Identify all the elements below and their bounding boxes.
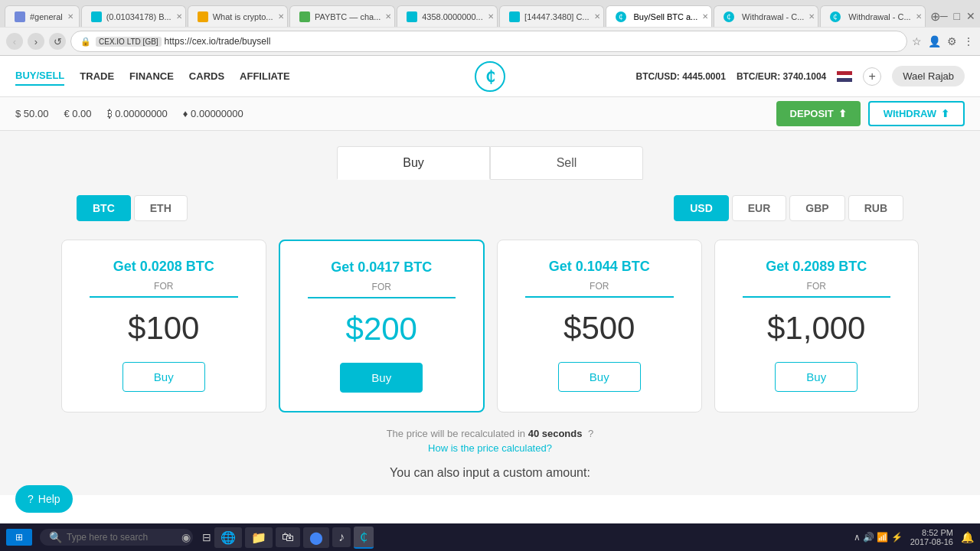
price-card-200: Get 0.0417 BTC FOR $200 Buy bbox=[279, 240, 485, 412]
taskbar-ie-icon[interactable]: 🌐 bbox=[214, 527, 242, 548]
taskbar-explorer-icon[interactable]: 📁 bbox=[245, 527, 273, 548]
user-menu-button[interactable]: Wael Rajab bbox=[892, 66, 965, 86]
taskbar-clock: 8:52 PM 2017-08-16 bbox=[910, 528, 953, 546]
browser-close[interactable]: ✕ bbox=[966, 10, 975, 22]
buy-sell-tabs: Buy Sell bbox=[46, 146, 934, 180]
taskbar-date-value: 2017-08-16 bbox=[910, 537, 953, 546]
forward-button[interactable]: › bbox=[28, 33, 44, 50]
bookmark-icon[interactable]: ☆ bbox=[912, 35, 922, 47]
btc-balance-value: ₿ 0.00000000 bbox=[107, 108, 168, 119]
nav-trade[interactable]: TRADE bbox=[80, 67, 114, 85]
start-button[interactable]: ⊞ bbox=[6, 529, 32, 546]
browser-maximize[interactable]: □ bbox=[954, 10, 960, 22]
taskbar-store-icon[interactable]: 🛍 bbox=[276, 527, 300, 547]
recalc-link[interactable]: How is the price calculated? bbox=[46, 442, 934, 454]
tab-close-t2[interactable]: ✕ bbox=[176, 12, 182, 21]
tab-close-t8[interactable]: ✕ bbox=[808, 12, 815, 21]
browser-tab-general[interactable]: #general ✕ bbox=[5, 5, 80, 27]
logo-icon: ₵ bbox=[475, 61, 505, 92]
rub-fiat-button[interactable]: RUB bbox=[848, 195, 903, 221]
taskbar-task-view-icon[interactable]: ⊟ bbox=[202, 531, 211, 543]
gb-badge: CEX.IO LTD [GB] bbox=[96, 37, 162, 47]
action-center-icon[interactable]: 🔔 bbox=[961, 531, 974, 543]
back-button[interactable]: ‹ bbox=[6, 33, 23, 50]
main-nav: BUY/SELL TRADE FINANCE CARDS AFFILIATE bbox=[15, 67, 290, 86]
tab-sell[interactable]: Sell bbox=[490, 146, 643, 180]
browser-minimize[interactable]: ─ bbox=[940, 10, 948, 22]
main-content: Buy Sell BTC ETH USD EUR GBP RUB Get 0.0… bbox=[0, 131, 980, 495]
tab-close-t4[interactable]: ✕ bbox=[385, 12, 391, 21]
browser-tab-t6[interactable]: [14447.3480] C... ✕ bbox=[499, 5, 603, 27]
tab-close-t3[interactable]: ✕ bbox=[278, 12, 284, 21]
website-content: BUY/SELL TRADE FINANCE CARDS AFFILIATE ₵… bbox=[0, 56, 980, 495]
taskbar-app-cex[interactable]: ₵ bbox=[354, 527, 374, 549]
tab-favicon-t8: ₵ bbox=[724, 11, 734, 22]
price-cards: Get 0.0208 BTC FOR $100 Buy Get 0.0417 B… bbox=[46, 240, 934, 412]
site-subheader: $ 50.00 € 0.00 ₿ 0.00000000 ♦ 0.00000000… bbox=[0, 97, 980, 131]
new-tab-button[interactable]: ⊕ bbox=[930, 9, 940, 24]
tab-close-general[interactable]: ✕ bbox=[67, 12, 74, 21]
menu-icon[interactable]: ⋮ bbox=[963, 35, 974, 47]
eur-fiat-button[interactable]: EUR bbox=[732, 195, 787, 221]
deposit-button[interactable]: DEPOSIT ⬆ bbox=[776, 101, 861, 126]
buy-100-button[interactable]: Buy bbox=[122, 362, 205, 392]
browser-tab-t9[interactable]: ₵ Withdrawal - C... ✕ bbox=[820, 5, 925, 27]
address-bar[interactable]: 🔒 CEX.IO LTD [GB] https://cex.io/trade/b… bbox=[70, 31, 907, 52]
nav-buy-sell[interactable]: BUY/SELL bbox=[15, 67, 64, 86]
add-currency-button[interactable]: + bbox=[863, 67, 881, 86]
browser-tab-t8[interactable]: ₵ Withdrawal - C... ✕ bbox=[714, 5, 818, 27]
help-button[interactable]: ? Help bbox=[15, 485, 73, 513]
ssl-lock-icon: 🔒 bbox=[80, 37, 91, 47]
gbp-fiat-button[interactable]: GBP bbox=[789, 195, 844, 221]
header-right: BTC/USD: 4445.0001 BTC/EUR: 3740.1004 + … bbox=[635, 66, 965, 86]
account-icon[interactable]: 👤 bbox=[928, 35, 941, 47]
nav-finance[interactable]: FINANCE bbox=[129, 67, 174, 85]
browser-chrome: #general ✕ (0.01034178) B... ✕ What is c… bbox=[0, 0, 980, 56]
tab-favicon-t5 bbox=[407, 11, 417, 22]
buy-200-button[interactable]: Buy bbox=[340, 363, 423, 393]
extensions-icon[interactable]: ⚙ bbox=[947, 35, 957, 47]
eur-balance: € 0.00 bbox=[64, 108, 91, 119]
card-1000-for: FOR bbox=[727, 281, 906, 292]
card-500-amount: $500 bbox=[510, 310, 689, 347]
custom-amount-label: You can also input a custom amount: bbox=[46, 466, 934, 480]
card-200-get: Get 0.0417 BTC bbox=[292, 259, 472, 276]
card-200-divider bbox=[308, 297, 456, 298]
tab-close-t5[interactable]: ✕ bbox=[488, 12, 494, 21]
fiat-currency-group: USD EUR GBP RUB bbox=[674, 195, 903, 221]
tab-close-t9[interactable]: ✕ bbox=[916, 12, 922, 21]
usd-fiat-button[interactable]: USD bbox=[674, 195, 729, 221]
browser-tab-t5[interactable]: 4358.0000000... ✕ bbox=[397, 5, 498, 27]
btc-eur-price: BTC/EUR: 3740.1004 bbox=[737, 71, 826, 82]
taskbar-search-box[interactable]: 🔍 ◉ bbox=[40, 529, 193, 546]
tab-close-t6[interactable]: ✕ bbox=[594, 12, 600, 21]
browser-tab-buysell[interactable]: ₵ Buy/Sell BTC a... ✕ bbox=[606, 5, 713, 27]
taskbar-search-input[interactable] bbox=[67, 532, 181, 543]
nav-affiliate[interactable]: AFFILIATE bbox=[240, 67, 289, 85]
usd-balance-value: $ 50.00 bbox=[15, 108, 48, 119]
tab-label-t2: (0.01034178) B... bbox=[106, 12, 172, 21]
card-200-amount: $200 bbox=[292, 311, 472, 347]
site-logo[interactable]: ₵ bbox=[475, 61, 505, 92]
address-bar-row: ‹ › ↺ 🔒 CEX.IO LTD [GB] https://cex.io/t… bbox=[0, 28, 980, 55]
btc-currency-button[interactable]: BTC bbox=[77, 195, 131, 221]
tab-close-buysell[interactable]: ✕ bbox=[702, 12, 708, 21]
withdraw-button[interactable]: WItHDRAW ⬆ bbox=[868, 101, 965, 126]
subheader-actions: DEPOSIT ⬆ WItHDRAW ⬆ bbox=[776, 101, 965, 126]
recalc-seconds: 40 seconds bbox=[528, 428, 583, 439]
eth-currency-button[interactable]: ETH bbox=[134, 195, 188, 221]
refresh-button[interactable]: ↺ bbox=[49, 33, 66, 50]
tab-buy[interactable]: Buy bbox=[337, 146, 490, 180]
deposit-icon: ⬆ bbox=[838, 108, 847, 119]
buy-500-button[interactable]: Buy bbox=[558, 362, 641, 392]
card-200-for: FOR bbox=[292, 282, 472, 292]
browser-tab-t4[interactable]: PAYBTC — cha... ✕ bbox=[289, 5, 395, 27]
nav-cards[interactable]: CARDS bbox=[189, 67, 224, 85]
taskbar-music-icon[interactable]: ♪ bbox=[332, 527, 351, 547]
browser-tab-t3[interactable]: What is crypto... ✕ bbox=[188, 5, 288, 27]
browser-tab-t2[interactable]: (0.01034178) B... ✕ bbox=[81, 5, 186, 27]
deposit-label: DEPOSIT bbox=[790, 108, 834, 119]
card-100-amount: $100 bbox=[74, 310, 253, 347]
buy-1000-button[interactable]: Buy bbox=[775, 362, 858, 392]
taskbar-chrome-icon[interactable]: ⬤ bbox=[303, 527, 329, 548]
